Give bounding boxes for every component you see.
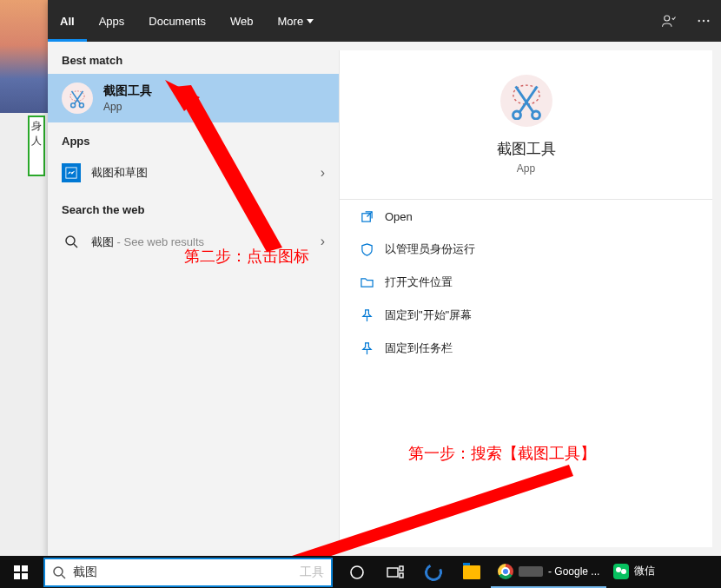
snip-sketch-icon: [62, 163, 81, 182]
search-panel: All Apps Documents Web More Best match: [48, 0, 721, 556]
open-icon: [359, 208, 374, 224]
chevron-right-icon: ›: [321, 234, 325, 249]
section-search-web: Search the web: [48, 191, 339, 223]
chevron-down-icon: [307, 19, 314, 23]
best-match-title: 截图工具: [103, 83, 152, 99]
svg-rect-25: [400, 573, 403, 578]
wechat-icon: [613, 564, 629, 579]
pin-taskbar-icon: [359, 340, 374, 356]
svg-point-22: [351, 566, 363, 578]
best-match-subtitle: App: [103, 101, 152, 113]
tab-apps[interactable]: Apps: [87, 0, 137, 42]
annotation-step1: 第一步：搜索【截图工具】: [408, 443, 596, 464]
preview-actions: Open 以管理员身份运行 打开文件位置: [340, 199, 712, 365]
pin-start-icon: [359, 307, 374, 323]
svg-point-10: [513, 111, 520, 119]
action-pin-to-start-label: 固定到"开始"屏幕: [385, 307, 472, 323]
section-apps: Apps: [48, 122, 339, 155]
desktop-left-edge: 身人: [0, 0, 48, 556]
folder-icon: [359, 274, 374, 290]
taskbar-wechat-label: 微信: [634, 564, 655, 578]
svg-point-8: [66, 236, 75, 245]
svg-rect-24: [400, 566, 403, 571]
taskbar-redacted-text: [519, 566, 543, 577]
task-view-icon[interactable]: [376, 556, 414, 588]
action-open-file-location[interactable]: 打开文件位置: [359, 266, 693, 299]
tab-more-label: More: [278, 15, 304, 28]
app-result-snip-sketch[interactable]: 截图和草图 ›: [48, 155, 339, 191]
tab-all[interactable]: All: [48, 0, 87, 42]
svg-point-11: [532, 111, 539, 119]
tab-more[interactable]: More: [266, 0, 327, 42]
taskbar-chrome-label: - Google ...: [548, 565, 599, 578]
snipping-tool-icon: [62, 83, 93, 114]
action-run-as-admin-label: 以管理员身份运行: [385, 241, 475, 257]
search-body: Best match 截图工具 App Apps 截图和草图 › Search …: [48, 42, 721, 556]
action-run-as-admin[interactable]: 以管理员身份运行: [359, 233, 693, 266]
best-match-item[interactable]: 截图工具 App: [48, 74, 339, 122]
feedback-icon[interactable]: [658, 10, 679, 31]
taskbar: 工具 - Google ... 微信: [0, 556, 721, 588]
taskbar-wechat-task[interactable]: 微信: [606, 556, 662, 588]
svg-point-3: [707, 20, 709, 22]
svg-point-5: [71, 103, 76, 108]
action-open[interactable]: Open: [359, 200, 693, 233]
taskbar-search-box[interactable]: 工具: [43, 558, 333, 587]
search-icon: [62, 232, 81, 251]
action-pin-to-taskbar-label: 固定到任务栏: [385, 340, 453, 356]
tab-web[interactable]: Web: [218, 0, 266, 42]
svg-point-6: [79, 103, 83, 108]
svg-point-1: [698, 20, 700, 22]
action-pin-to-taskbar[interactable]: 固定到任务栏: [359, 332, 693, 365]
svg-rect-20: [22, 573, 28, 579]
file-explorer-icon[interactable]: [453, 556, 491, 588]
svg-point-0: [665, 16, 670, 21]
background-window-fragment: 身人: [28, 116, 45, 176]
desktop-wallpaper-edge: [0, 0, 48, 113]
action-open-file-location-label: 打开文件位置: [385, 274, 453, 290]
app-result-label: 截图和草图: [91, 165, 148, 181]
edge-browser-icon[interactable]: [414, 556, 453, 588]
section-best-match: Best match: [48, 42, 339, 74]
svg-point-21: [54, 567, 63, 576]
svg-point-2: [703, 20, 704, 22]
preview-pane: 截图工具 App Open 以管理员身份运行: [339, 50, 712, 547]
cortana-icon[interactable]: [338, 556, 376, 588]
taskbar-chrome-task[interactable]: - Google ...: [491, 556, 606, 588]
preview-title: 截图工具: [497, 139, 556, 159]
search-results-column: Best match 截图工具 App Apps 截图和草图 › Search …: [48, 42, 339, 556]
best-match-text: 截图工具 App: [103, 83, 152, 113]
start-button[interactable]: [0, 556, 42, 588]
preview-app-icon: [500, 75, 552, 127]
shield-icon: [359, 241, 374, 257]
chevron-right-icon: ›: [321, 165, 325, 181]
svg-rect-23: [387, 568, 398, 577]
action-open-label: Open: [385, 210, 413, 223]
search-filter-tabbar: All Apps Documents Web More: [48, 0, 721, 42]
preview-subtitle: App: [517, 162, 535, 175]
svg-rect-17: [14, 565, 20, 571]
svg-rect-18: [22, 565, 28, 571]
web-result-query: 截图: [91, 235, 114, 248]
svg-rect-19: [14, 573, 20, 579]
chrome-icon: [498, 564, 513, 579]
search-icon: [52, 565, 66, 579]
tab-documents[interactable]: Documents: [136, 0, 218, 42]
taskbar-icons: - Google ... 微信: [338, 556, 662, 588]
action-pin-to-start[interactable]: 固定到"开始"屏幕: [359, 299, 693, 332]
more-options-icon[interactable]: [693, 10, 714, 31]
annotation-step2: 第二步：点击图标: [184, 246, 309, 267]
